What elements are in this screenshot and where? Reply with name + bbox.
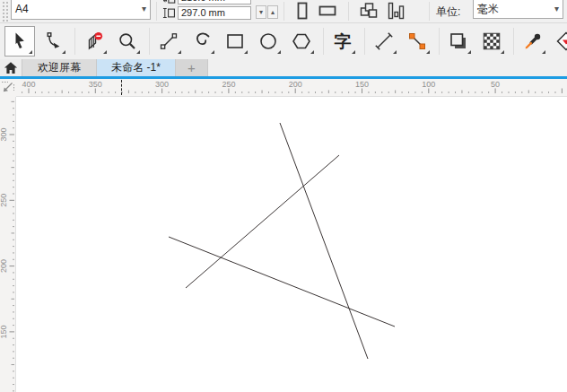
chevron-down-icon: ▾ xyxy=(142,4,146,13)
drawing-canvas[interactable] xyxy=(16,97,567,392)
separator xyxy=(513,28,514,55)
horizontal-ruler-ticks: 40035030025020015010050 xyxy=(16,79,567,97)
new-document-tab-button[interactable]: + xyxy=(176,59,208,76)
portrait-button[interactable] xyxy=(291,0,314,22)
page-height-icon xyxy=(162,6,176,20)
property-bar-gripper[interactable] xyxy=(2,1,8,22)
page-size-spinners: ▾ ▴ xyxy=(255,5,278,19)
svg-text:250: 250 xyxy=(0,194,8,207)
polygon-icon xyxy=(291,30,312,52)
page-size-fields: 210.0 mm 297.0 mm xyxy=(162,0,251,21)
page-size-select[interactable]: A4 ▾ xyxy=(11,0,151,20)
svg-text:100: 100 xyxy=(422,80,435,89)
current-page-button[interactable] xyxy=(384,0,407,22)
svg-text:400: 400 xyxy=(22,80,35,89)
dimension-icon xyxy=(373,30,395,52)
freehand-tool[interactable] xyxy=(153,26,184,57)
interactive-fill-icon xyxy=(555,30,567,52)
svg-text:50: 50 xyxy=(491,80,500,89)
units-select[interactable]: 毫米 ▾ xyxy=(473,0,563,19)
page-width-icon xyxy=(162,0,176,4)
transparency-tool[interactable] xyxy=(476,26,507,57)
svg-text:300: 300 xyxy=(0,127,8,141)
connector-icon xyxy=(406,30,428,52)
color-eyedropper-tool[interactable] xyxy=(518,26,548,57)
text-tool-icon: 字 xyxy=(335,33,352,50)
parallel-dimension-tool[interactable] xyxy=(369,26,399,57)
ruler-cursor-marker xyxy=(121,80,122,95)
separator xyxy=(323,28,324,55)
tab-document-label: 未命名 -1* xyxy=(111,60,161,75)
svg-text:300: 300 xyxy=(155,80,169,89)
crop-tool[interactable] xyxy=(79,26,109,57)
svg-text:150: 150 xyxy=(0,325,8,338)
interactive-fill-tool[interactable] xyxy=(551,26,567,57)
portrait-icon xyxy=(292,0,313,22)
plus-icon: + xyxy=(188,60,196,75)
pick-tool[interactable] xyxy=(4,26,35,57)
chevron-down-icon: ▾ xyxy=(554,4,559,13)
landscape-button[interactable] xyxy=(316,0,339,22)
vertical-ruler-ticks: 300250200150 xyxy=(0,97,16,392)
drop-shadow-icon xyxy=(448,30,469,52)
shape-tool[interactable] xyxy=(38,26,68,57)
current-page-icon xyxy=(385,0,406,22)
tab-welcome-screen[interactable]: 欢迎屏幕 xyxy=(22,59,97,76)
tab-document[interactable]: 未命名 -1* xyxy=(97,59,176,76)
page-size-value: A4 xyxy=(15,3,29,15)
svg-text:150: 150 xyxy=(355,80,369,89)
svg-text:350: 350 xyxy=(89,80,102,89)
toolbox: 字 xyxy=(0,23,567,59)
zoom-tool[interactable] xyxy=(112,26,143,57)
vertical-ruler[interactable]: 300250200150 xyxy=(0,97,16,392)
rectangle-icon xyxy=(224,30,246,52)
all-pages-icon xyxy=(358,0,379,22)
all-pages-button[interactable] xyxy=(357,0,380,22)
text-tool[interactable]: 字 xyxy=(327,26,358,57)
units-value: 毫米 xyxy=(477,2,499,17)
pick-icon xyxy=(9,30,31,52)
spinner-down-button[interactable]: ▾ xyxy=(256,5,266,19)
svg-text:200: 200 xyxy=(0,259,8,273)
separator xyxy=(429,2,430,21)
page-width-field[interactable]: 210.0 mm xyxy=(178,0,251,4)
ruler-origin-button[interactable] xyxy=(0,79,16,97)
eyedropper-icon xyxy=(522,30,544,52)
home-button[interactable] xyxy=(0,59,22,76)
polygon-tool[interactable] xyxy=(286,26,317,57)
separator xyxy=(348,2,349,21)
document-tab-bar: 欢迎屏幕 未命名 -1* + xyxy=(0,59,567,79)
page-height-text: 297.0 mm xyxy=(181,7,225,18)
separator xyxy=(156,2,157,21)
units-label: 单位: xyxy=(436,4,460,20)
separator xyxy=(284,2,284,21)
svg-text:200: 200 xyxy=(289,80,302,89)
zoom-icon xyxy=(117,30,138,52)
app-window: A4 ▾ 210.0 mm xyxy=(0,0,567,392)
property-bar: A4 ▾ 210.0 mm xyxy=(0,0,567,23)
home-icon xyxy=(3,60,19,75)
page-width-text: 210.0 mm xyxy=(181,0,225,3)
tab-welcome-label: 欢迎屏幕 xyxy=(38,60,81,75)
bezier-tool[interactable] xyxy=(187,26,217,57)
connector-tool[interactable] xyxy=(402,26,432,57)
bezier-icon xyxy=(191,30,213,52)
landscape-icon xyxy=(317,0,338,22)
page-height-field[interactable]: 297.0 mm xyxy=(178,6,251,20)
shape-icon xyxy=(42,30,64,52)
spinner-up-button[interactable]: ▴ xyxy=(267,5,278,19)
svg-text:250: 250 xyxy=(222,80,235,89)
separator xyxy=(149,28,150,55)
horizontal-ruler[interactable]: 40035030025020015010050 xyxy=(16,79,567,97)
drawn-lines xyxy=(16,97,567,392)
crop-icon xyxy=(83,30,105,52)
separator xyxy=(74,28,75,55)
ellipse-icon xyxy=(257,30,279,52)
ellipse-tool[interactable] xyxy=(253,26,284,57)
freehand-icon xyxy=(158,30,179,52)
ruler-origin-icon xyxy=(0,79,16,97)
separator xyxy=(439,28,440,55)
transparency-icon xyxy=(481,30,502,52)
drop-shadow-tool[interactable] xyxy=(443,26,474,57)
rectangle-tool[interactable] xyxy=(220,26,250,57)
